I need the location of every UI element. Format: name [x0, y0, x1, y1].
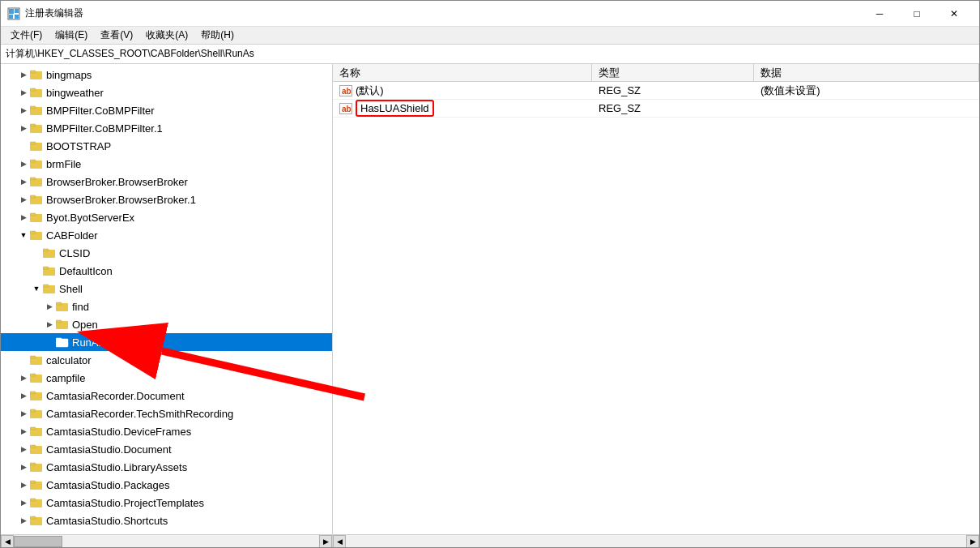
folder-icon-camtasia6	[30, 479, 43, 490]
registry-editor-window: 注册表编辑器 ─ □ ✕ 文件(F) 编辑(E) 查看(V) 收藏夹(A) 帮助…	[0, 0, 980, 548]
menu-edit[interactable]: 编辑(E)	[49, 27, 94, 44]
tree-item-defaulticon[interactable]: ▶ DefaultIcon	[1, 262, 332, 280]
label-byot: Byot.ByotServerEx	[46, 212, 134, 224]
folder-icon-cabfolder	[30, 229, 43, 241]
left-scroll-left[interactable]: ◀	[1, 535, 14, 548]
tree-item-brmfile[interactable]: ▶ brmFile	[1, 155, 332, 173]
folder-icon-camtasia1	[30, 390, 43, 401]
label-clsid: CLSID	[59, 247, 90, 259]
label-browserbroker1: BrowserBroker.BrowserBroker	[46, 176, 188, 188]
toggle-browserbroker2: ▶	[17, 193, 30, 206]
tree-scroll[interactable]: ▶ bingmaps ▶ bingweather	[1, 64, 332, 534]
svg-rect-3	[9, 15, 13, 19]
tree-item-camtasia1[interactable]: ▶ CamtasiaRecorder.Document	[1, 387, 332, 405]
tree-item-camtasia2[interactable]: ▶ CamtasiaRecorder.TechSmithRecording	[1, 405, 332, 422]
toggle-find: ▶	[43, 300, 56, 313]
label-calculator: calculator	[46, 354, 92, 366]
reg-data-default: (数值未设置)	[754, 83, 979, 98]
tree-item-bingmaps[interactable]: ▶ bingmaps	[1, 66, 332, 83]
menu-favorites[interactable]: 收藏夹(A)	[139, 27, 194, 44]
right-pane-hscroll[interactable]: ◀ ▶	[333, 534, 979, 547]
folder-icon-camtasia4	[30, 443, 43, 455]
toggle-camtasia8: ▶	[17, 514, 30, 527]
right-scroll-left[interactable]: ◀	[333, 535, 346, 548]
menu-view[interactable]: 查看(V)	[94, 27, 139, 44]
left-scroll-right[interactable]: ▶	[319, 535, 332, 548]
menu-help[interactable]: 帮助(H)	[194, 27, 241, 44]
left-scroll-thumb[interactable]	[14, 536, 62, 547]
window-icon	[7, 7, 20, 20]
svg-rect-57	[30, 516, 36, 519]
right-scroll-track[interactable]	[346, 535, 966, 548]
svg-rect-41	[30, 374, 36, 376]
tree-item-cabfolder[interactable]: ▼ CABFolder	[1, 226, 332, 244]
tree-item-bootstrap[interactable]: ▶ BOOTSTRAP	[1, 137, 332, 155]
label-camtasia1: CamtasiaRecorder.Document	[46, 390, 185, 402]
label-bmpfilter1: BMPFilter.CoBMPFilter	[46, 105, 155, 117]
window-title: 注册表编辑器	[25, 6, 861, 20]
registry-tree: ▶ bingmaps ▶ bingweather	[1, 64, 332, 531]
tree-item-calculator[interactable]: ▶ calculator	[1, 351, 332, 369]
tree-item-browserbroker2[interactable]: ▶ BrowserBroker.BrowserBroker.1	[1, 191, 332, 208]
toggle-shell: ▼	[30, 282, 43, 295]
maximize-button[interactable]: □	[898, 1, 935, 27]
left-scroll-track[interactable]	[14, 535, 319, 548]
svg-rect-39	[30, 356, 36, 358]
label-browserbroker2: BrowserBroker.BrowserBroker.1	[46, 194, 196, 206]
tree-item-camtasia6[interactable]: ▶ CamtasiaStudio.Packages	[1, 476, 332, 494]
svg-rect-2	[15, 9, 19, 13]
right-pane-content[interactable]: ab (默认) REG_SZ (数值未设置) ab HasLUAShield R…	[333, 82, 979, 534]
reg-type-haslua: REG_SZ	[592, 102, 754, 114]
tree-item-bmpfilter1[interactable]: ▶ BMPFilter.CoBMPFilter	[1, 101, 332, 119]
tree-item-find[interactable]: ▶ find	[1, 298, 332, 315]
tree-item-camtasia5[interactable]: ▶ CamtasiaStudio.LibraryAssets	[1, 458, 332, 476]
tree-item-campfile[interactable]: ▶ campfile	[1, 369, 332, 387]
right-pane-header: 名称 类型 数据	[333, 64, 979, 82]
svg-rect-43	[30, 392, 36, 394]
tree-item-bingweather[interactable]: ▶ bingweather	[1, 83, 332, 101]
label-bingweather: bingweather	[46, 87, 104, 99]
right-scroll-right[interactable]: ▶	[966, 535, 979, 548]
menu-file[interactable]: 文件(F)	[4, 27, 49, 44]
folder-icon-find	[56, 301, 69, 312]
label-camtasia8: CamtasiaStudio.Shortcuts	[46, 515, 168, 527]
reg-name-haslua: ab HasLUAShield	[333, 100, 592, 117]
tree-item-browserbroker1[interactable]: ▶ BrowserBroker.BrowserBroker	[1, 173, 332, 191]
left-pane-hscroll[interactable]: ◀ ▶	[1, 534, 332, 547]
toggle-bingmaps: ▶	[17, 68, 30, 81]
svg-rect-11	[30, 106, 36, 109]
tree-item-byot[interactable]: ▶ Byot.ByotServerEx	[1, 208, 332, 226]
tree-item-shell[interactable]: ▼ Shell	[1, 280, 332, 298]
tree-item-camtasia7[interactable]: ▶ CamtasiaStudio.ProjectTemplates	[1, 494, 332, 512]
label-camtasia6: CamtasiaStudio.Packages	[46, 479, 169, 491]
registry-row-default[interactable]: ab (默认) REG_SZ (数值未设置)	[333, 82, 979, 100]
toggle-camtasia7: ▶	[17, 496, 30, 509]
minimize-button[interactable]: ─	[861, 1, 898, 27]
folder-icon-bmpfilter2	[30, 122, 43, 134]
folder-icon-open	[56, 319, 69, 330]
svg-rect-45	[30, 409, 36, 412]
close-button[interactable]: ✕	[935, 1, 973, 27]
label-open: Open	[72, 319, 98, 331]
folder-icon-camtasia8	[30, 515, 43, 526]
title-bar: 注册表编辑器 ─ □ ✕	[1, 1, 979, 27]
svg-rect-4	[15, 15, 19, 19]
tree-item-runas[interactable]: ▶ RunAs	[1, 333, 332, 351]
label-bingmaps: bingmaps	[46, 69, 92, 81]
tree-item-camtasia8[interactable]: ▶ CamtasiaStudio.Shortcuts	[1, 512, 332, 529]
reg-icon-haslua: ab	[339, 103, 352, 114]
tree-item-bmpfilter2[interactable]: ▶ BMPFilter.CoBMPFilter.1	[1, 119, 332, 137]
haslua-label: HasLUAShield	[356, 100, 434, 117]
toggle-camtasia6: ▶	[17, 478, 30, 491]
folder-icon-campfile	[30, 372, 43, 383]
svg-rect-31	[43, 285, 49, 287]
tree-item-open[interactable]: ▶ Open	[1, 315, 332, 333]
right-pane: 名称 类型 数据 ab (默认) REG_SZ (数值未设置)	[333, 64, 979, 547]
folder-icon-browserbroker2	[30, 194, 43, 205]
tree-item-camtasia3[interactable]: ▶ CamtasiaStudio.DeviceFrames	[1, 422, 332, 440]
tree-item-camtasia4[interactable]: ▶ CamtasiaStudio.Document	[1, 440, 332, 458]
label-bootstrap: BOOTSTRAP	[46, 140, 111, 152]
registry-row-haslua[interactable]: ab HasLUAShield REG_SZ	[333, 100, 979, 118]
toggle-camtasia3: ▶	[17, 425, 30, 438]
tree-item-clsid[interactable]: ▶ CLSID	[1, 244, 332, 262]
